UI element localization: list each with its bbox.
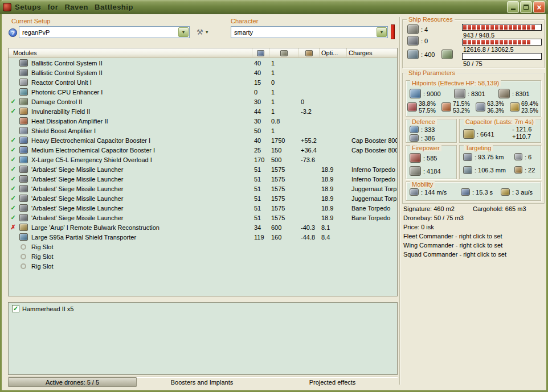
capacitor-column-header[interactable] [299,48,320,57]
module-name: Rig Slot [29,253,252,260]
module-cpu-value: 44 [252,108,269,115]
module-row[interactable]: ✓'Arbalest' Siege Missile Launcher511575… [9,193,397,203]
module-name: Medium Electrochemical Capacitor Booster… [29,147,252,154]
module-name: Ballistic Control System II [29,60,252,67]
module-name: 'Arbalest' Siege Missile Launcher [29,205,252,212]
help-icon[interactable]: ? [9,28,17,37]
explosive-armor-resist-value: 23.5% [521,107,538,114]
firepower-label: Firepower [410,145,441,151]
kinetic-resist-icon [476,102,485,112]
module-row[interactable]: Large S95a Partial Shield Transporter119… [9,232,397,242]
maximize-button[interactable] [520,1,532,13]
module-icon [19,185,28,192]
optimal-column-header[interactable]: Opti... [320,48,347,57]
module-row[interactable]: Reactor Control Unit I150 [9,77,397,87]
setup-tools-button[interactable]: ⚒ ▼ [194,27,211,38]
module-icon [19,69,28,76]
calibration-stat: : 400 [407,49,453,59]
module-active-check-icon: ✓ [9,204,18,212]
dronebay-text: Dronebay: 50 / 75 m3 [403,214,464,221]
shield-recharge-value: : 386 [421,135,435,142]
powergrid-bar [462,39,542,46]
squad-commander-text[interactable]: Squad Commander - right click to set [403,251,506,258]
volley-stat: : 4184 [410,166,441,176]
launcher-slots-value: : 0 [421,38,428,44]
turret-slots-stat: : 4 [407,24,428,34]
character-combo-arrow-icon[interactable]: ▼ [377,27,387,37]
shield-icon [410,89,421,98]
setup-combo-arrow-icon[interactable]: ▼ [178,27,189,37]
shield-boost-icon [410,126,419,133]
close-button[interactable]: × [533,1,545,13]
module-powergrid-value: 1575 [269,185,299,192]
module-icon [19,224,28,231]
module-row[interactable]: Heat Dissipation Amplifier II300.8 [9,116,397,126]
tab-active-drones[interactable]: Active drones: 5 / 5 [8,377,137,387]
module-row[interactable]: Ballistic Control System II401 [9,58,397,68]
module-row[interactable]: ✓'Arbalest' Siege Missile Launcher511575… [9,164,397,174]
kinetic-resist-cell: 63.3%36.3% [476,100,509,114]
cpu-column-header[interactable] [252,48,269,57]
module-icon [19,98,28,105]
tab-projected-effects[interactable]: Projected effects [267,377,398,387]
modules-column-header[interactable]: Modules [9,48,252,57]
module-row[interactable]: ✓Heavy Electrochemical Capacitor Booster… [9,135,397,145]
module-row[interactable]: ✓'Arbalest' Siege Missile Launcher511575… [9,203,397,213]
thermal-resist-cell: 71.5%53.2% [441,100,475,114]
module-row[interactable]: ✓Damage Control II3010 [9,97,397,106]
module-row[interactable]: ✓'Arbalest' Siege Missile Launcher511575… [9,213,397,222]
explosive-shield-resist-value: 69.4% [521,100,538,107]
module-name: Ballistic Control System II [29,69,252,76]
module-row[interactable]: ✗Large 'Arup' I Remote Bulwark Reconstru… [9,222,397,232]
module-row[interactable]: ✓Medium Electrochemical Capacitor Booste… [9,145,397,155]
character-combo-value: smarty [231,29,376,36]
module-row[interactable]: ✓Invulnerability Field II441-3.2 [9,106,397,116]
module-row[interactable]: ✓'Arbalest' Siege Missile Launcher511575… [9,184,397,193]
wing-commander-text[interactable]: Wing Commander - right click to set [403,242,502,249]
drone-checkbox[interactable]: ✓ [12,305,19,312]
dronebay-bar [462,53,542,60]
hitpoints-label: Hitpoints (Effective HP: 58,139) [410,80,501,86]
module-icon [19,214,28,221]
module-name: Shield Boost Amplifier I [29,127,252,134]
setup-combo[interactable]: reganPvP ▼ [19,26,190,38]
shield-hp-value: : 9000 [423,90,441,97]
module-cpu-value: 25 [252,147,269,154]
module-icon [19,127,28,134]
structure-hp-stat: : 8301 [498,89,530,98]
volley-value: : 4184 [423,168,441,175]
max-velocity-stat: : 144 m/s [410,188,447,196]
module-row[interactable]: Ballistic Control System II401 [9,68,397,77]
powergrid-column-header[interactable] [269,48,299,57]
module-cap-value: -73.6 [299,156,320,163]
fleet-commander-text[interactable]: Fleet Commander - right click to set [403,233,502,240]
module-powergrid-value: 1575 [269,166,299,173]
turret-slots-icon [407,24,419,34]
em-resist-icon [407,102,417,112]
module-row[interactable]: Photonic CPU Enhancer I01 [9,87,397,97]
shield-boost-value: : 333 [421,126,435,133]
drone-list-item[interactable]: ✓Hammerhead II x5 [9,303,397,315]
rig-slot-row[interactable]: Rig Slot [9,251,397,261]
module-row[interactable]: ✓X-Large C5-L Emergency Shield Overload … [9,155,397,164]
module-icon [19,195,28,202]
minimize-button[interactable] [507,1,519,13]
module-icon-cell [18,185,29,192]
module-row[interactable]: ✓'Arbalest' Siege Missile Launcher511575… [9,174,397,184]
modules-panel: Modules Opti... Charges Ballistic Contro… [8,48,398,296]
module-icon [19,233,28,241]
window-controls: × [507,1,545,13]
rig-slot-row[interactable]: Rig Slot [9,261,397,271]
module-icon [19,204,28,212]
module-row[interactable]: Shield Boost Amplifier I501 [9,126,397,135]
character-status-indicator [391,24,395,39]
max-targets-stat: : 6 [514,153,531,160]
character-combo[interactable]: smarty ▼ [231,26,388,38]
rig-slot-row[interactable]: Rig Slot [9,242,397,251]
tab-boosters-implants[interactable]: Boosters and Implants [137,377,267,387]
titlebar[interactable]: Setups for Raven Battleship × [0,0,548,14]
shield-recharge-stat: : 386 [410,134,435,142]
module-cpu-value: 119 [252,234,269,241]
firepower-group: Firepower : 585 : 4184 [406,145,457,179]
charges-column-header[interactable]: Charges [347,48,397,57]
